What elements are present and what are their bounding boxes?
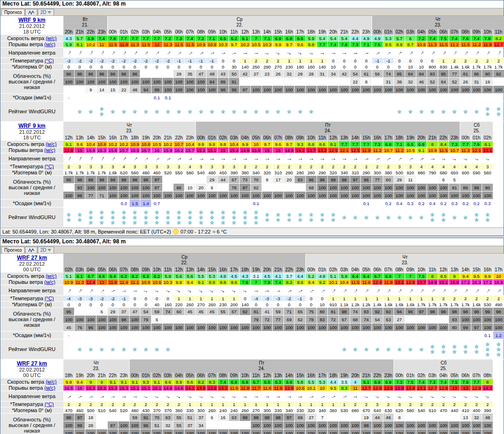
cloud-mid-cell: 100 [251, 421, 262, 429]
gusts-unit-link[interactable]: (м/с) [44, 279, 55, 285]
wind-gust-cell: 16 [75, 385, 86, 391]
hour-cell: 02h [482, 135, 493, 141]
wind-speed-unit-link[interactable]: (м/с) [46, 35, 56, 41]
hour-cell: 08h [218, 372, 229, 379]
cloud-mid-cell: 31 [471, 78, 483, 86]
wind-speed-unit-link[interactable]: (м/с) [46, 141, 56, 147]
cloud-low-cell: 100 [196, 86, 207, 94]
precipitation-cell [383, 94, 394, 102]
wind-speed-cell: 10.2 [118, 141, 130, 147]
tab-forecast[interactable]: Прогноз [1, 9, 25, 15]
direction-arrow-icon: → [341, 49, 347, 56]
temperature-cell: -2 [97, 296, 108, 302]
wind-direction-cell: → [196, 391, 207, 401]
model-link[interactable]: WRF 27 km [17, 255, 47, 261]
day-row: Чт23.Пт24.Сб25. [63, 122, 493, 135]
hour-cell: 05h [449, 372, 460, 379]
graph-tab[interactable] [25, 9, 37, 15]
wind-gust-cell: 13.1 [482, 147, 493, 153]
direction-arrow-icon: → [296, 48, 304, 57]
cloud-mid-cell [240, 78, 251, 86]
wind-gust-cell: 7.9 [262, 279, 273, 285]
wind-direction-cell: → [394, 391, 405, 401]
star-icon: ★ [386, 347, 391, 352]
wind-speed-cell: 10.8 [97, 141, 108, 147]
hour-cell: 08h [196, 29, 207, 35]
isotherm-cell: 300 [262, 407, 273, 413]
tab-bar: Прогноз2D [0, 8, 504, 16]
row-label-temperature: *Температура (°C) [0, 58, 63, 64]
cloud-low-cell: 100 [493, 324, 504, 331]
hour-cell: 10h [482, 29, 493, 35]
cloud-mid-cell [273, 184, 284, 192]
wind-gust-cell: 12.8 [284, 385, 295, 391]
cloud-mid-cell: 100 [339, 421, 350, 429]
temperature-cell: -2 [97, 58, 108, 64]
wind-gust-cell: 13.7 [416, 279, 428, 285]
isotherm-cell: 300 [196, 407, 207, 413]
tab-forecast[interactable]: Прогноз [1, 247, 25, 253]
wind-direction-cell: → [493, 285, 504, 296]
cloud-high-cell [482, 176, 493, 184]
gusts-unit-link[interactable]: (м/с) [44, 41, 55, 47]
precipitation-cell: 0.2 [383, 200, 394, 207]
cloud-low-cell: 100 [207, 86, 218, 94]
precipitation-cell [317, 331, 328, 339]
wind-speed-unit-link[interactable]: (м/с) [46, 273, 56, 279]
wind-direction-cell: → [229, 285, 240, 296]
cloud-mid-cell [173, 316, 185, 324]
isotherm-cell: 1.7k [427, 302, 438, 308]
isotherm-cell: 290 [262, 64, 273, 70]
wind-direction-cell: → [173, 153, 185, 164]
cloud-low-cell: 100 [328, 324, 339, 331]
gusts-unit-link[interactable]: (м/с) [44, 385, 55, 391]
temperature-unit-link[interactable]: (°C) [45, 401, 54, 407]
day-row: Вт21.Ср22.Чт23. [63, 16, 504, 29]
model-link[interactable]: WRF 9 km [18, 123, 45, 129]
hour-cell: 01h [118, 29, 130, 35]
cloud-high-cell: 96 [63, 70, 75, 78]
cloud-low-cell: 100 [273, 429, 284, 434]
wind-gust-cell: 11 [350, 385, 361, 391]
cloud-mid-cell: 100 [383, 184, 394, 192]
cloud-high-cell: 60 [383, 176, 394, 184]
hour-cell: 23h [185, 135, 196, 141]
wind-gust-cell: 10.1 [328, 279, 339, 285]
cloud-mid-cell: 10 [185, 184, 196, 192]
tab-2d[interactable]: 2D [38, 9, 55, 15]
row-label-isotherm: *Изотерма 0° (м) [0, 64, 63, 70]
gusts-unit-link[interactable]: (м/с) [44, 147, 55, 153]
temperature-cell: 0 [339, 58, 350, 64]
hour-cell: 17h [493, 267, 504, 273]
direction-arrow-icon: → [395, 286, 404, 295]
precipitation-cell [97, 331, 108, 339]
rating-cell: ★★ [493, 102, 504, 122]
cloud-high-cell: 54 [350, 70, 361, 78]
temperature-unit-link[interactable]: (°C) [45, 58, 54, 63]
star-icon: ★ [430, 217, 435, 222]
cloud-mid-cell: 89 [218, 78, 229, 86]
cloud-mid-cell: 63 [383, 316, 394, 324]
temperature-cell: 0 [350, 58, 361, 64]
tab-2d[interactable]: 2D [38, 247, 55, 253]
direction-arrow-icon: → [163, 48, 173, 57]
temperature-unit-link[interactable]: (°C) [45, 164, 54, 169]
hour-cell: 00h [108, 29, 119, 35]
temperature-unit-link[interactable]: (°C) [45, 296, 54, 301]
hour-cell: 18h [394, 135, 405, 141]
graph-tab[interactable] [25, 247, 37, 253]
cloud-mid-cell: 77 [273, 316, 284, 324]
wind-speed-unit-link[interactable]: (м/с) [46, 379, 56, 385]
model-link[interactable]: WRF 9 km [18, 17, 45, 23]
wind-gust-cell: 14.3 [482, 385, 493, 391]
direction-arrow-icon: → [242, 392, 248, 400]
model-link[interactable]: WRF 27 km [17, 360, 47, 367]
wind-gust-cell: 13.2 [317, 147, 328, 153]
hour-cell: 11h [427, 267, 438, 273]
cloud-mid-cell: 100 [97, 78, 108, 86]
isotherm-cell: 0 [361, 64, 372, 70]
cloud-low-cell: 100 [108, 324, 119, 331]
cloud-low-cell: 100 [306, 192, 317, 200]
temperature-cell: 2 [361, 401, 372, 407]
isotherm-cell: 1.6k [471, 302, 483, 308]
